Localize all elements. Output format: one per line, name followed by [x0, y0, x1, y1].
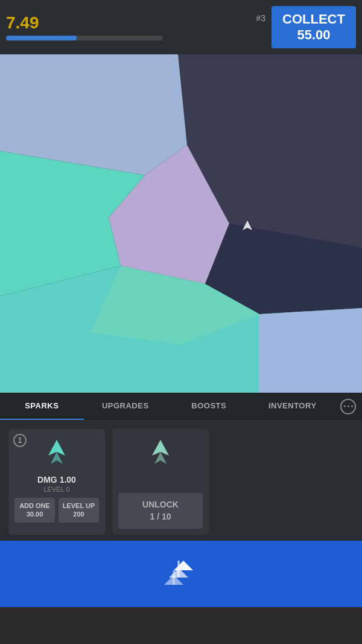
tabs-bar: SPARKS UPGRADES BOOSTS INVENTORY — [0, 393, 362, 420]
svg-marker-6 — [259, 308, 362, 393]
tab-upgrades[interactable]: UPGRADES — [84, 393, 168, 420]
spark-actions-1: ADD ONE 30.00 LEVEL UP 200 — [14, 498, 99, 523]
level-up-button[interactable]: LEVEL UP 200 — [59, 498, 99, 523]
bottom-bar[interactable] — [0, 541, 362, 607]
tab-sparks[interactable]: SPARKS — [0, 393, 84, 420]
collect-amount: 55.00 — [297, 27, 330, 43]
collect-label: COLLECT — [282, 11, 345, 27]
spark-card-1: 1 DMG 1.00 LEVEL 0 ADD ONE 30.00 LEVEL U… — [8, 429, 105, 535]
score-area: 7.49 — [6, 14, 272, 41]
rank-badge: #3 — [256, 13, 265, 23]
tab-inventory[interactable]: INVENTORY — [251, 393, 335, 420]
add-one-button[interactable]: ADD ONE 30.00 — [14, 498, 55, 523]
spark-icon-area-1 — [39, 435, 75, 471]
svg-marker-15 — [174, 561, 193, 570]
spark-name-1: DMG 1.00 — [37, 475, 76, 485]
more-dots-icon — [340, 399, 356, 414]
spark-icon-area-2 — [142, 435, 179, 471]
spark-badge-1: 1 — [13, 434, 27, 447]
bottom-arrow-icon — [157, 553, 205, 595]
tab-boosts[interactable]: BOOSTS — [167, 393, 251, 420]
spark-arrow-icon-2 — [146, 437, 175, 469]
unlock-button[interactable]: UNLOCK 1 / 10 — [118, 493, 203, 529]
more-button[interactable] — [334, 393, 362, 420]
spark-card-2: UNLOCK 1 / 10 — [112, 429, 209, 535]
collect-button[interactable]: COLLECT 55.00 — [272, 6, 356, 48]
top-bar: 7.49 #3 COLLECT 55.00 — [0, 0, 362, 54]
sparks-panel: 1 DMG 1.00 LEVEL 0 ADD ONE 30.00 LEVEL U… — [0, 420, 362, 541]
spark-arrow-icon-1 — [42, 437, 71, 469]
progress-bar-container — [6, 36, 163, 40]
game-area[interactable] — [0, 54, 362, 393]
score-value: 7.49 — [6, 14, 272, 33]
spark-level-1: LEVEL 0 — [43, 486, 69, 493]
game-canvas — [0, 54, 362, 393]
progress-bar-fill — [6, 36, 77, 40]
